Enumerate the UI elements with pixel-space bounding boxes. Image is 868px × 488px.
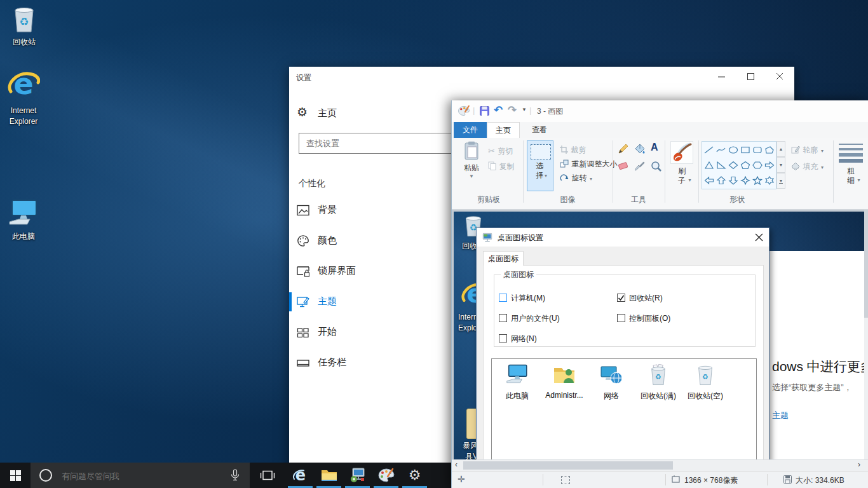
canvas-checkbox-computer xyxy=(499,294,507,302)
brushes-label: 刷子 xyxy=(677,166,688,186)
taskbar-paint[interactable] xyxy=(372,463,400,488)
shapes-scroll-up-button[interactable]: ▲ xyxy=(776,141,785,157)
desktop-icon-internet-explorer[interactable]: e Internet Explorer xyxy=(1,67,46,131)
canvas-settings-body: 选择“获取更多主题”， xyxy=(772,382,852,393)
shapes-group: ▲ ▼ ▼ 轮廓 ▾ 填充 ▾ 形状 xyxy=(698,138,833,209)
shape-six-point-star[interactable] xyxy=(763,173,775,187)
paste-icon xyxy=(464,141,479,160)
tab-home[interactable]: 主页 xyxy=(487,122,520,138)
brushes-button[interactable]: 刷子▾ xyxy=(669,141,695,200)
sidebar-item-themes[interactable]: 主题 xyxy=(289,287,451,317)
paste-button[interactable]: 粘贴 ▼ xyxy=(459,141,484,189)
chevron-down-icon: ▼ xyxy=(459,173,484,179)
shape-line[interactable] xyxy=(703,142,715,157)
tab-view[interactable]: 查看 xyxy=(524,122,555,138)
shape-diamond[interactable] xyxy=(727,158,739,172)
taskbar-settings[interactable]: ⚙ xyxy=(400,463,429,488)
shapes-group-label: 形状 xyxy=(698,194,776,205)
shape-ellipse[interactable] xyxy=(727,142,739,157)
close-button[interactable] xyxy=(765,67,794,86)
tab-file[interactable]: 文件 xyxy=(454,122,487,138)
maximize-button[interactable] xyxy=(736,67,765,86)
text-tool[interactable]: A xyxy=(651,142,663,154)
quick-access-dropdown[interactable]: ▼ xyxy=(522,107,527,112)
canvas-checkbox-label: 计算机(M) xyxy=(511,293,545,304)
desktop-icon-label: 此电脑 xyxy=(1,231,46,242)
minimize-button[interactable] xyxy=(707,67,736,86)
start-button[interactable] xyxy=(0,463,31,488)
scrollbar-thumb[interactable] xyxy=(864,210,868,318)
image-group: 选择 ▾ 裁剪 重新调整大小 xyxy=(523,138,613,209)
cortana-search-input[interactable] xyxy=(60,463,222,488)
task-view-button[interactable] xyxy=(252,463,283,488)
shapes-gallery xyxy=(702,141,776,189)
settings-home[interactable]: ⚙ 主页 xyxy=(297,105,449,121)
desktop-icon-recycle-bin[interactable]: ♻ 回收站 xyxy=(6,5,42,51)
shape-left-arrow[interactable] xyxy=(703,173,715,187)
canvas-horizontal-scrollbar[interactable]: ‹ › xyxy=(452,459,868,471)
taskbar-display-settings[interactable] xyxy=(343,463,372,488)
display-settings-icon xyxy=(349,467,366,484)
shapes-more-button[interactable]: ▼ xyxy=(776,173,785,189)
select-button[interactable]: 选择 ▾ xyxy=(527,140,553,191)
fill-button[interactable]: 填充 ▾ xyxy=(791,160,824,172)
shape-up-arrow[interactable] xyxy=(715,173,727,187)
microphone-icon[interactable] xyxy=(231,469,240,482)
line-thickness-icon xyxy=(839,142,863,163)
paint-logo-icon xyxy=(458,105,470,116)
shape-pentagon[interactable] xyxy=(739,158,751,172)
copy-button[interactable]: 复制 xyxy=(488,160,514,172)
shape-polygon[interactable] xyxy=(763,142,775,157)
eraser-tool[interactable] xyxy=(618,161,630,173)
desktop-icon-this-pc[interactable]: 此电脑 xyxy=(4,194,43,243)
taskbar-internet-explorer[interactable]: e xyxy=(286,463,315,488)
magnifier-tool[interactable] xyxy=(651,161,663,173)
paint-canvas[interactable]: ♻ 回收站 e Internet Explorer 暴 xyxy=(454,212,865,459)
status-file-size: 大小: 334.6KB xyxy=(796,475,844,486)
shape-hexagon[interactable] xyxy=(751,158,763,172)
canvas-vertical-scrollbar[interactable] xyxy=(864,210,868,459)
shape-curve[interactable] xyxy=(715,142,727,157)
sidebar-item-start[interactable]: 开始 xyxy=(289,317,451,348)
shape-five-point-star[interactable] xyxy=(751,173,763,187)
sidebar-item-background[interactable]: 背景 xyxy=(289,195,451,226)
resize-button[interactable]: 重新调整大小 xyxy=(560,158,617,170)
crop-button[interactable]: 裁剪 xyxy=(560,144,586,156)
cortana-search-box[interactable] xyxy=(31,463,250,488)
redo-button[interactable]: ↷ xyxy=(508,104,517,117)
sidebar-item-taskbar[interactable]: 任务栏 xyxy=(289,348,451,378)
scrollbar-thumb[interactable] xyxy=(463,461,673,470)
shape-rectangle[interactable] xyxy=(739,142,751,157)
start-icon xyxy=(297,326,309,339)
cut-button[interactable]: ✂ 剪切 xyxy=(488,145,513,157)
save-button[interactable] xyxy=(480,106,489,116)
undo-button[interactable]: ↶ xyxy=(494,104,503,117)
settings-titlebar: 设置 xyxy=(289,67,794,87)
shape-down-arrow[interactable] xyxy=(727,173,739,187)
taskbar-file-explorer[interactable] xyxy=(315,463,343,488)
canvas-dialog-tab-page: 桌面图标 计算机(M) 回收站(R) 用户的文件(U) 控制面板(O) xyxy=(483,265,764,459)
shape-four-point-star[interactable] xyxy=(739,173,751,187)
canvas-checkbox-network xyxy=(499,334,507,342)
fill-tool[interactable] xyxy=(634,143,647,156)
outline-button[interactable]: 轮廓 ▾ xyxy=(791,144,824,156)
scroll-left-arrow[interactable]: ‹ xyxy=(455,460,458,469)
sidebar-item-colors[interactable]: 颜色 xyxy=(289,226,451,256)
divider xyxy=(543,474,543,485)
shape-right-triangle[interactable] xyxy=(715,158,727,172)
shape-rounded-rectangle[interactable] xyxy=(751,142,763,157)
settings-window-title: 设置 xyxy=(296,72,311,83)
shape-right-arrow[interactable] xyxy=(763,158,775,172)
tools-group: A 工具 xyxy=(613,138,665,209)
sidebar-item-lock-screen[interactable]: 锁屏界面 xyxy=(289,256,451,287)
internet-explorer-icon: e xyxy=(7,67,40,103)
shapes-scroll-down-button[interactable]: ▼ xyxy=(776,157,785,173)
size-button[interactable]: 粗细▾ xyxy=(838,142,864,200)
shape-triangle[interactable] xyxy=(703,158,715,172)
scroll-right-arrow[interactable]: › xyxy=(858,460,860,469)
divider xyxy=(767,474,768,485)
color-picker-tool[interactable] xyxy=(634,161,647,173)
pencil-tool[interactable] xyxy=(618,143,630,156)
chevron-down-icon: ▾ xyxy=(858,177,860,183)
rotate-button[interactable]: 旋转 ▾ xyxy=(560,172,592,184)
